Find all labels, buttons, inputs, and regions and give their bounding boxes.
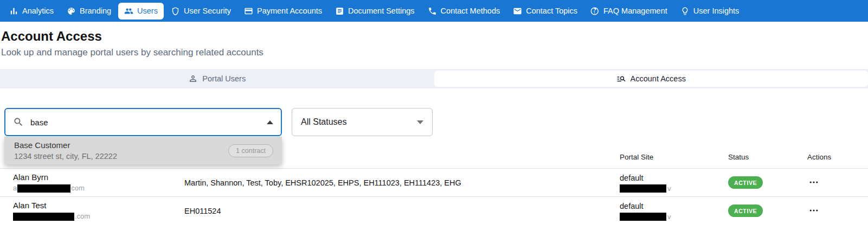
row-actions-button[interactable] (807, 204, 820, 217)
nav-tab-contact-topics[interactable]: Contact Topics (507, 3, 583, 20)
nav-tab-contact-methods[interactable]: Contact Methods (422, 3, 506, 20)
tab-label: Account Access (631, 74, 686, 83)
column-header-actions: Actions (807, 153, 868, 161)
nav-tab-label: Document Settings (348, 7, 415, 15)
redaction-box (17, 184, 70, 193)
autocomplete-option-address: 1234 street st, city, FL, 22222 (14, 151, 117, 161)
row-actions-button[interactable] (807, 176, 820, 189)
nav-tab-user-insights[interactable]: User Insights (674, 3, 745, 20)
nav-tab-branding[interactable]: Branding (61, 3, 117, 20)
page-subtitle: Look up and manage portal users by searc… (1, 47, 868, 58)
palette-icon (67, 7, 76, 16)
table-row: Alan Byrn a com Martin, Shannon, Test, T… (0, 168, 868, 196)
nav-tab-users[interactable]: Users (118, 3, 164, 20)
portal-site-name: default (620, 173, 728, 183)
contract-count-badge: 1 contract (228, 144, 273, 157)
mail-icon (513, 7, 522, 16)
accounts-cell: Martin, Shannon, Test, Toby, EHSR102025,… (184, 178, 620, 187)
nav-tab-label: User Security (184, 7, 231, 15)
nav-tab-label: Users (137, 7, 158, 15)
nav-tab-analytics[interactable]: Analytics (3, 3, 60, 20)
lightbulb-icon (680, 7, 690, 16)
autocomplete-option-name: Base Customer (14, 140, 117, 150)
tab-portal-users[interactable]: Portal Users (0, 69, 434, 88)
autocomplete-option[interactable]: Base Customer 1234 street st, city, FL, … (4, 137, 282, 164)
user-email: a com (13, 184, 184, 193)
status-badge: ACTIVE (728, 205, 763, 217)
phone-icon (428, 7, 437, 16)
accounts-cell: EH011524 (184, 207, 620, 215)
status-filter-value: All Statuses (301, 117, 346, 127)
page-title: Account Access (1, 29, 868, 43)
account-search: Base Customer 1234 street st, city, FL, … (4, 108, 282, 136)
redaction-box (620, 213, 666, 221)
user-name: Alan Byrn (13, 173, 184, 182)
nav-tab-document-settings[interactable]: Document Settings (329, 3, 421, 20)
chevron-down-icon (417, 120, 423, 124)
portal-site-cell: default v (620, 201, 728, 221)
shield-icon (171, 7, 180, 16)
more-horizontal-icon (808, 205, 819, 216)
view-tabs: Portal Users Account Access (0, 69, 868, 88)
tab-account-access[interactable]: Account Access (434, 71, 868, 87)
user-cell: Alan Test .com (0, 201, 184, 221)
bar-chart-icon (9, 7, 18, 16)
nav-tab-label: User Insights (693, 7, 740, 15)
autocomplete-option-text: Base Customer 1234 street st, city, FL, … (14, 140, 117, 161)
status-badge: ACTIVE (728, 176, 763, 189)
portal-site-name: default (620, 201, 728, 211)
redaction-box (620, 184, 666, 193)
account-search-box[interactable] (4, 108, 282, 136)
portal-site-url: v (620, 213, 728, 221)
user-email: .com (13, 212, 184, 221)
status-cell: ACTIVE (728, 205, 807, 217)
status-cell: ACTIVE (728, 176, 807, 189)
table-row: Alan Test .com EH011524 default v ACTIVE (0, 196, 868, 225)
search-icon (13, 117, 24, 127)
people-icon (124, 7, 133, 16)
nav-tab-user-security[interactable]: User Security (165, 3, 237, 20)
page-header: Account Access Look up and manage portal… (0, 22, 868, 58)
portal-site-url-suffix: v (667, 213, 671, 221)
collapse-caret-icon[interactable] (267, 120, 273, 124)
nav-tab-label: Payment Accounts (257, 7, 322, 15)
more-horizontal-icon (808, 177, 819, 188)
portal-site-url-suffix: v (667, 184, 671, 193)
filters-row: Base Customer 1234 street st, city, FL, … (4, 108, 868, 136)
user-cell: Alan Byrn a com (0, 173, 184, 193)
help-circle-icon (590, 7, 600, 16)
person-icon (188, 74, 198, 84)
email-prefix: a (13, 184, 17, 193)
document-icon (335, 7, 344, 16)
portal-site-cell: default v (620, 173, 728, 193)
email-suffix: .com (75, 212, 90, 221)
nav-tab-payment-accounts[interactable]: Payment Accounts (238, 3, 328, 20)
portal-site-url: v (620, 184, 728, 193)
actions-cell (807, 204, 868, 218)
nav-tab-label: FAQ Management (603, 7, 667, 15)
search-list-icon (616, 74, 626, 84)
email-suffix: com (71, 184, 85, 193)
tab-label: Portal Users (202, 74, 246, 83)
column-header-status: Status (728, 153, 807, 161)
nav-tab-label: Analytics (22, 7, 54, 15)
redaction-box (13, 213, 74, 221)
status-filter-select[interactable]: All Statuses (292, 108, 433, 136)
nav-tab-label: Branding (80, 7, 111, 15)
search-autocomplete-panel: Base Customer 1234 street st, city, FL, … (4, 137, 282, 164)
column-header-portal-site: Portal Site (620, 153, 728, 161)
search-input[interactable] (30, 118, 267, 127)
nav-tab-label: Contact Topics (526, 7, 577, 15)
user-name: Alan Test (13, 201, 184, 210)
credit-card-icon (244, 7, 253, 16)
nav-tab-label: Contact Methods (441, 7, 500, 15)
actions-cell (807, 176, 868, 190)
top-navigation: Analytics Branding Users User Security P… (0, 0, 868, 22)
nav-tab-faq-management[interactable]: FAQ Management (584, 3, 673, 20)
